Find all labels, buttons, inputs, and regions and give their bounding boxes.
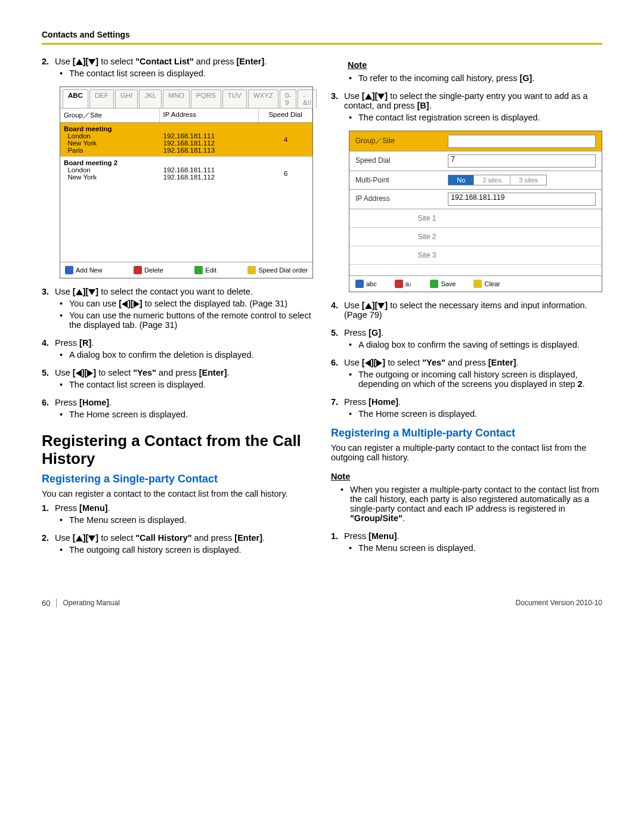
table-header: Group／Site IP Address Speed Dial <box>60 109 312 123</box>
section-heading: Registering a Contact from the Call Hist… <box>42 432 313 468</box>
add-new-button[interactable]: Add New <box>65 266 103 274</box>
up-icon <box>76 59 83 65</box>
left-icon <box>76 370 82 377</box>
step-2: 2. Use [][] to select "Contact List" and… <box>42 57 313 66</box>
table-row[interactable]: Board meeting 2 London New York 192.168.… <box>60 156 312 190</box>
multipoint-segment[interactable]: No2 sites3 sites <box>448 175 547 185</box>
speed-dial-input[interactable]: 7 <box>448 154 596 168</box>
note-label: Note <box>331 472 350 481</box>
ip-address-input[interactable]: 192.168.181.119 <box>448 193 596 206</box>
manual-name: Operating Manual <box>63 599 119 607</box>
delete-button[interactable]: Delete <box>134 266 163 274</box>
color-button-bar: Add New Delete Edit Speed Dial order <box>60 262 312 278</box>
subsection-heading: Registering a Single-party Contact <box>42 473 313 485</box>
case-button[interactable]: a↓ <box>395 280 413 288</box>
form-row-group-site: Group／Site <box>349 131 602 151</box>
page: Contacts and Settings 2. Use [][] to sel… <box>0 0 644 631</box>
subsection-heading: Registering a Multiple-party Contact <box>331 427 602 439</box>
header-rule <box>42 43 602 45</box>
clear-button[interactable]: Clear <box>473 280 500 288</box>
up-icon <box>76 289 83 295</box>
up-icon <box>365 94 372 100</box>
up-icon <box>76 535 83 541</box>
note-label: Note <box>348 60 367 70</box>
left-column: 2. Use [][] to select "Contact List" and… <box>42 57 313 563</box>
page-number: 60 <box>42 599 57 608</box>
registration-form-screenshot: Group／Site Speed Dial7 Multi-PointNo2 si… <box>349 131 602 292</box>
group-site-input[interactable] <box>448 135 596 148</box>
left-icon <box>365 360 371 367</box>
save-button[interactable]: Save <box>430 280 456 288</box>
page-footer: 60 Operating Manual Document Version 201… <box>42 599 602 608</box>
down-icon <box>88 289 95 295</box>
table-row-selected[interactable]: Board meeting London New York Paris 192.… <box>60 123 312 156</box>
speed-dial-order-button[interactable]: Speed Dial order <box>247 266 308 274</box>
step-3: 3. Use [][] to select the contact you wa… <box>42 287 313 296</box>
edit-button[interactable]: Edit <box>194 266 216 274</box>
abc-button[interactable]: abc <box>355 280 377 288</box>
two-column-layout: 2. Use [][] to select "Contact List" and… <box>42 57 602 563</box>
up-icon <box>365 303 372 309</box>
down-icon <box>377 303 385 309</box>
right-icon <box>376 360 382 367</box>
alpha-tabs: ABC DEF GHI JKL MNO PQRS TUV WXYZ 0-9 -&… <box>60 87 312 109</box>
left-icon <box>122 301 128 308</box>
tab-abc[interactable]: ABC <box>63 89 88 108</box>
section-header: Contacts and Settings <box>42 30 602 39</box>
doc-version: Document Version 2010-10 <box>516 599 602 607</box>
down-icon <box>377 94 385 100</box>
right-icon <box>134 301 140 308</box>
right-column: Note •To refer to the incoming call hist… <box>331 57 602 563</box>
contact-list-screenshot: ABC DEF GHI JKL MNO PQRS TUV WXYZ 0-9 -&… <box>60 86 313 278</box>
down-icon <box>88 535 95 541</box>
right-icon <box>87 370 93 377</box>
down-icon <box>88 59 95 65</box>
